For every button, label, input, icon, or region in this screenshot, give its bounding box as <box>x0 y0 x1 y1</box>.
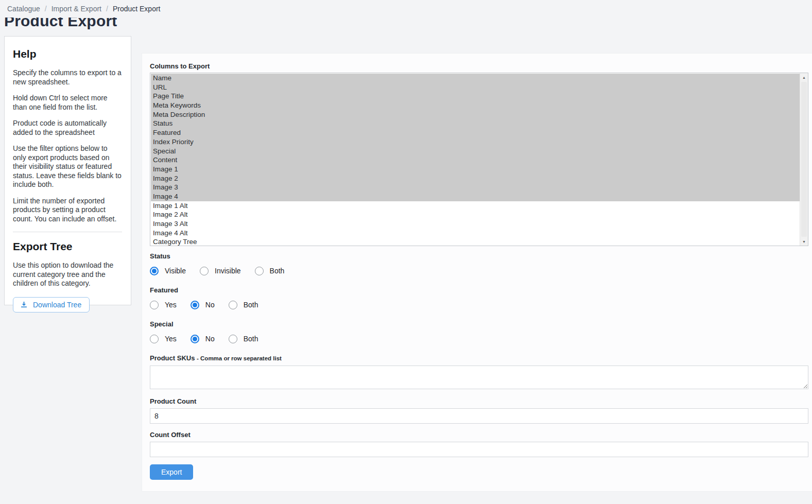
help-panel: Help Specify the columns to export to a … <box>4 36 131 305</box>
radio-status-visible[interactable]: Visible <box>150 267 186 275</box>
list-item[interactable]: Page Title <box>151 92 800 101</box>
breadcrumb: Catalogue / Import & Export / Product Ex… <box>7 5 160 13</box>
download-icon <box>20 301 28 308</box>
status-label: Status <box>150 253 808 259</box>
help-paragraph: Hold down Ctrl to select more than one f… <box>13 94 122 112</box>
breadcrumb-import-export[interactable]: Import & Export <box>51 5 101 13</box>
divider <box>13 232 122 232</box>
radio-icon <box>191 301 199 309</box>
list-item[interactable]: Image 2 <box>151 174 800 183</box>
special-radio-group: Yes No Both <box>150 334 808 343</box>
help-paragraph: Specify the columns to export to a new s… <box>13 68 122 86</box>
radio-special-both[interactable]: Both <box>229 335 258 343</box>
radio-icon <box>229 301 237 309</box>
help-paragraph: Use the filter options below to only exp… <box>13 144 122 189</box>
radio-icon <box>255 267 264 275</box>
radio-special-no[interactable]: No <box>191 335 215 343</box>
radio-label: No <box>205 335 215 343</box>
page-title-clip: Product Export <box>4 18 262 31</box>
list-item[interactable]: Meta Keywords <box>151 101 800 110</box>
list-item[interactable]: Category Tree <box>151 237 800 246</box>
radio-label: Invisible <box>215 267 241 275</box>
product-count-input[interactable] <box>150 408 808 424</box>
download-tree-label: Download Tree <box>33 301 81 309</box>
radio-status-both[interactable]: Both <box>255 267 285 275</box>
product-skus-hint: - Comma or row separated list <box>197 355 282 361</box>
product-skus-label-text: Product SKUs <box>150 354 195 362</box>
list-item[interactable]: Featured <box>151 128 800 137</box>
list-item[interactable]: Image 4 <box>151 192 800 201</box>
radio-label: Both <box>244 335 258 343</box>
breadcrumb-catalogue[interactable]: Catalogue <box>7 5 40 13</box>
list-item[interactable]: URL <box>151 83 800 92</box>
breadcrumb-separator: / <box>106 5 108 13</box>
radio-featured-yes[interactable]: Yes <box>150 301 177 309</box>
radio-icon <box>200 267 209 275</box>
count-offset-input[interactable] <box>150 442 808 457</box>
export-button[interactable]: Export <box>150 464 193 480</box>
radio-featured-no[interactable]: No <box>191 301 215 309</box>
product-count-label: Product Count <box>150 398 808 405</box>
list-item[interactable]: Index Priority <box>151 137 800 147</box>
list-item[interactable]: Status <box>151 119 800 128</box>
radio-label: Both <box>270 267 285 275</box>
list-item[interactable]: Image 1 <box>151 165 800 174</box>
list-item[interactable]: Image 3 <box>151 183 800 192</box>
radio-label: Yes <box>165 301 177 309</box>
listbox-scrollbar[interactable]: ▲ ▼ <box>800 73 808 246</box>
list-item[interactable]: Content <box>151 155 800 165</box>
list-item[interactable]: Image 1 Alt <box>151 201 800 211</box>
product-export-form: Columns to Export Name URL Page Title Me… <box>142 53 812 492</box>
radio-label: No <box>205 301 215 309</box>
export-tree-heading: Export Tree <box>13 240 122 253</box>
list-item[interactable]: Special <box>151 147 800 156</box>
list-item[interactable]: Image 4 Alt <box>151 229 800 238</box>
product-skus-textarea[interactable] <box>150 366 808 389</box>
special-label: Special <box>150 321 808 327</box>
scrollbar-thumb[interactable] <box>801 82 807 237</box>
export-tree-description: Use this option to download the current … <box>13 261 122 288</box>
list-item[interactable]: Name <box>151 74 800 83</box>
columns-to-export-label: Columns to Export <box>150 63 808 69</box>
featured-label: Featured <box>150 287 808 293</box>
count-offset-label: Count Offset <box>150 431 808 438</box>
status-radio-group: Visible Invisible Both <box>150 266 808 275</box>
radio-label: Both <box>244 301 258 309</box>
listbox-options: Name URL Page Title Meta Keywords Meta D… <box>151 74 800 246</box>
help-heading: Help <box>13 48 122 60</box>
radio-icon <box>150 267 159 275</box>
radio-icon <box>150 335 159 343</box>
radio-status-invisible[interactable]: Invisible <box>200 267 241 275</box>
radio-special-yes[interactable]: Yes <box>150 335 177 343</box>
product-skus-label: Product SKUs - Comma or row separated li… <box>150 355 808 362</box>
columns-to-export-listbox[interactable]: Name URL Page Title Meta Keywords Meta D… <box>150 73 808 246</box>
featured-radio-group: Yes No Both <box>150 300 808 309</box>
radio-label: Yes <box>165 335 177 343</box>
radio-featured-both[interactable]: Both <box>229 301 258 309</box>
breadcrumb-current: Product Export <box>113 5 161 13</box>
scroll-down-arrow-icon[interactable]: ▼ <box>800 237 808 246</box>
list-item[interactable]: Image 2 Alt <box>151 210 800 219</box>
download-tree-button[interactable]: Download Tree <box>13 297 90 312</box>
help-paragraph: Limit the number of exported products by… <box>13 197 122 224</box>
radio-icon <box>150 301 159 309</box>
scroll-up-arrow-icon[interactable]: ▲ <box>800 73 808 81</box>
help-paragraph: Product code is automatically added to t… <box>13 119 122 137</box>
breadcrumb-separator: / <box>45 5 47 13</box>
radio-icon <box>191 335 199 343</box>
list-item[interactable]: Meta Description <box>151 110 800 119</box>
radio-label: Visible <box>165 267 186 275</box>
radio-icon <box>229 335 237 343</box>
page-title: Product Export <box>4 18 262 29</box>
list-item[interactable]: Image 3 Alt <box>151 219 800 229</box>
